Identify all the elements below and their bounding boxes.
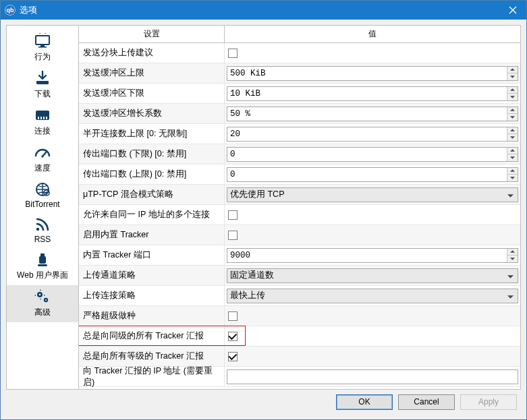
sidebar-item-gears[interactable]: 高级 bbox=[7, 285, 78, 322]
close-button[interactable] bbox=[499, 1, 526, 20]
spinbox-input[interactable] bbox=[227, 107, 507, 121]
sidebar-item-ethernet[interactable]: 连接 bbox=[7, 104, 78, 141]
checkbox[interactable] bbox=[228, 210, 238, 220]
dialog-body: 行为 下载 连接 速度 BitTorrent RSS Web 用户界面 高级 设… bbox=[1, 20, 526, 419]
dropdown[interactable]: 固定通道数 bbox=[227, 268, 518, 283]
spinbox[interactable] bbox=[227, 107, 518, 121]
spin-up-button[interactable] bbox=[507, 148, 518, 155]
sidebar-item-gauge[interactable]: 速度 bbox=[7, 141, 78, 178]
svg-point-17 bbox=[39, 294, 41, 296]
setting-value: 固定通道数 bbox=[225, 266, 520, 285]
spin-down-button[interactable] bbox=[507, 114, 518, 121]
spin-up-button[interactable] bbox=[507, 249, 518, 256]
setting-label: 总是向所有等级的 Tracker 汇报 bbox=[79, 347, 225, 366]
main-panel: 行为 下载 连接 速度 BitTorrent RSS Web 用户界面 高级 设… bbox=[6, 25, 521, 390]
spinbox-input[interactable] bbox=[227, 127, 507, 141]
sidebar-item-label: 高级 bbox=[34, 307, 51, 318]
sidebar-item-rss[interactable]: RSS bbox=[7, 213, 78, 248]
setting-value: 优先使用 TCP bbox=[225, 185, 520, 204]
spin-down-button[interactable] bbox=[507, 175, 518, 181]
svg-point-9 bbox=[41, 155, 43, 157]
sidebar-item-label: 连接 bbox=[34, 125, 51, 137]
setting-label: 内置 Tracker 端口 bbox=[79, 245, 225, 265]
checkbox[interactable] bbox=[228, 311, 238, 321]
setting-label: 启用内置 Tracker bbox=[79, 225, 225, 245]
setting-label: 向 Tracker 汇报的 IP 地址 (需要重启) bbox=[79, 367, 225, 386]
sidebar-item-label: Web 用户界面 bbox=[17, 270, 68, 281]
spinbox-buttons bbox=[507, 87, 518, 100]
svg-rect-5 bbox=[38, 117, 39, 119]
chevron-down-icon bbox=[507, 291, 514, 301]
table-row: 传出端口数 (下限) [0: 禁用] bbox=[79, 144, 520, 164]
spinbox-input[interactable] bbox=[227, 148, 507, 161]
table-row: 上传连接策略最快上传 bbox=[79, 286, 520, 306]
setting-value bbox=[225, 347, 520, 366]
spinbox-buttons bbox=[507, 168, 518, 181]
sidebar-item-download[interactable]: 下载 bbox=[7, 67, 78, 104]
spinbox[interactable] bbox=[227, 248, 518, 263]
spinbox[interactable] bbox=[227, 86, 518, 101]
spinbox-input[interactable] bbox=[227, 168, 507, 181]
cancel-button[interactable]: Cancel bbox=[398, 394, 455, 410]
checkbox[interactable] bbox=[228, 49, 238, 58]
spin-up-button[interactable] bbox=[507, 67, 518, 74]
setting-value bbox=[225, 326, 520, 346]
ethernet-icon bbox=[33, 107, 52, 124]
setting-label: 传出端口数 (上限) [0: 禁用] bbox=[79, 164, 225, 184]
spinbox[interactable] bbox=[227, 66, 518, 81]
spinbox-buttons bbox=[507, 148, 518, 161]
table-row: 内置 Tracker 端口 bbox=[79, 245, 520, 266]
svg-rect-13 bbox=[40, 253, 45, 256]
spin-up-button[interactable] bbox=[507, 127, 518, 135]
dropdown[interactable]: 最快上传 bbox=[227, 289, 518, 303]
settings-rows: 发送分块上传建议发送缓冲区上限 发送缓冲区下限 发送缓冲区增长系数 半开连接数上… bbox=[79, 43, 520, 389]
table-row: 允许来自同一 IP 地址的多个连接 bbox=[79, 205, 520, 225]
ok-button[interactable]: OK bbox=[336, 394, 393, 410]
sidebar-item-globe[interactable]: BitTorrent bbox=[7, 178, 78, 213]
spinbox-input[interactable] bbox=[227, 87, 507, 100]
svg-rect-2 bbox=[38, 47, 47, 48]
spinbox[interactable] bbox=[227, 147, 518, 162]
checkbox[interactable] bbox=[228, 352, 238, 361]
spin-down-button[interactable] bbox=[507, 73, 518, 80]
setting-label: μTP-TCP 混合模式策略 bbox=[79, 185, 225, 204]
spin-up-button[interactable] bbox=[507, 168, 518, 175]
svg-rect-7 bbox=[43, 117, 45, 119]
spin-down-button[interactable] bbox=[507, 134, 518, 141]
sidebar-item-dongle[interactable]: Web 用户界面 bbox=[7, 248, 78, 285]
dropdown[interactable]: 优先使用 TCP bbox=[227, 187, 518, 202]
setting-label: 总是向同级的所有 Tracker 汇报 bbox=[79, 326, 225, 346]
spinbox[interactable] bbox=[227, 127, 518, 142]
setting-label: 允许来自同一 IP 地址的多个连接 bbox=[79, 205, 225, 224]
setting-value bbox=[225, 43, 520, 63]
spin-up-button[interactable] bbox=[507, 107, 518, 115]
spin-up-button[interactable] bbox=[507, 87, 518, 94]
spin-down-button[interactable] bbox=[507, 256, 518, 262]
text-input[interactable] bbox=[227, 369, 518, 384]
dropdown-value: 优先使用 TCP bbox=[230, 189, 284, 200]
setting-label: 发送缓冲区上限 bbox=[79, 63, 225, 83]
table-row: 总是向所有等级的 Tracker 汇报 bbox=[79, 347, 520, 367]
dongle-icon bbox=[33, 251, 52, 268]
spinbox-input[interactable] bbox=[227, 67, 507, 80]
dropdown-value: 固定通道数 bbox=[230, 270, 274, 281]
svg-rect-0 bbox=[36, 36, 49, 44]
sidebar-item-monitor[interactable]: 行为 bbox=[7, 30, 78, 67]
table-row: 总是向同级的所有 Tracker 汇报 bbox=[79, 326, 520, 347]
sidebar-item-label: RSS bbox=[34, 235, 51, 244]
setting-value bbox=[225, 124, 520, 144]
spin-down-button[interactable] bbox=[507, 94, 518, 100]
setting-value bbox=[225, 245, 520, 265]
checkbox[interactable] bbox=[228, 231, 238, 240]
dropdown-value: 最快上传 bbox=[230, 290, 265, 301]
table-row: 严格超级做种 bbox=[79, 306, 520, 326]
spin-down-button[interactable] bbox=[507, 154, 518, 161]
spinbox-buttons bbox=[507, 127, 518, 141]
table-row: 向 Tracker 汇报的 IP 地址 (需要重启) bbox=[79, 367, 520, 387]
globe-icon bbox=[33, 181, 52, 198]
spinbox[interactable] bbox=[227, 167, 518, 182]
rss-icon bbox=[33, 216, 52, 233]
apply-button: Apply bbox=[460, 394, 517, 410]
checkbox[interactable] bbox=[228, 332, 238, 341]
spinbox-input[interactable] bbox=[227, 249, 507, 262]
